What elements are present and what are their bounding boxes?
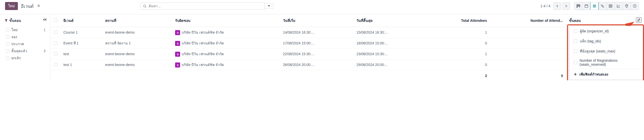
col-total-attendees[interactable]: Total Attendees — [427, 14, 490, 27]
svg-rect-2 — [578, 4, 579, 7]
svg-rect-4 — [585, 5, 588, 8]
cell-event: Course 1 — [60, 27, 102, 38]
cell-num-attend — [490, 27, 566, 38]
row-checkbox[interactable] — [54, 52, 57, 55]
cell-responsible: บบริษัท บีวัน เฟรนด์ชิพ จำกัด — [172, 27, 280, 38]
cell-date-end: 23/08/2024 15:30:... — [353, 49, 427, 59]
view-kanban-button[interactable] — [574, 2, 582, 10]
page-next-button[interactable] — [562, 2, 570, 10]
col-date-start[interactable]: วันที่เริ่ม — [280, 14, 353, 27]
new-button[interactable]: ใหม่ — [5, 2, 18, 10]
filter-checkbox[interactable] — [6, 35, 9, 39]
filter-label: ยกเลิก — [11, 55, 46, 61]
view-calendar-button[interactable] — [582, 2, 590, 10]
filter-count: 1 — [44, 28, 46, 32]
table-row[interactable]: test 1event-beone-demoบบริษัท บีวัน เฟรน… — [50, 59, 644, 70]
gear-icon[interactable] — [37, 4, 40, 8]
kanban-icon — [576, 4, 580, 8]
filter-checkbox[interactable] — [6, 42, 9, 46]
column-option-checkbox[interactable] — [574, 39, 577, 43]
svg-rect-6 — [601, 6, 604, 6]
view-pivot-button[interactable] — [607, 2, 615, 10]
cell-event: test 1 — [60, 59, 102, 70]
column-option[interactable]: ผู้จัด (organizer_id) — [570, 26, 643, 36]
column-option-checkbox[interactable] — [574, 49, 577, 53]
column-option-checkbox[interactable] — [574, 61, 577, 64]
page-title: อีเวนต์ — [21, 3, 34, 10]
filter-label: ใหม่ — [11, 27, 44, 33]
column-option[interactable]: ที่นั่งสูงสุด (seats_max) — [570, 46, 643, 56]
filter-item[interactable]: ใหม่1 — [5, 26, 46, 33]
filter-item[interactable]: สิ้นสุดแล้ว3 — [5, 47, 46, 54]
cell-location: event-beone-demo — [102, 27, 172, 38]
column-option-label: ผู้จัด (organizer_id) — [580, 28, 609, 34]
table-row[interactable]: Course 1event-beone-demoบบริษัท บีวัน เฟ… — [50, 27, 644, 38]
filter-label: ประกาศ — [11, 41, 46, 47]
cell-date-end: 15/08/2024 16:30:... — [353, 27, 427, 38]
col-responsible[interactable]: รับผิดชอบ — [172, 14, 280, 27]
view-graph-button[interactable] — [615, 2, 623, 10]
cell-num-attend — [490, 59, 566, 70]
list-icon — [592, 4, 596, 8]
avatar: บ — [175, 41, 180, 46]
add-custom-field-button[interactable]: เพิ่มฟิลด์กำหนดเอง — [570, 69, 643, 80]
footer-num-attend: 0 — [490, 70, 566, 81]
row-checkbox[interactable] — [54, 63, 57, 66]
svg-rect-8 — [609, 5, 612, 8]
page-prev-button[interactable] — [553, 2, 561, 10]
cell-event: Event ที่ 1 — [60, 38, 102, 49]
clock-icon — [633, 4, 637, 8]
filter-item[interactable]: ยกเลิก — [5, 54, 46, 61]
row-checkbox[interactable] — [54, 41, 57, 45]
column-option[interactable]: Number of Registrations (seats_reserved) — [570, 56, 643, 69]
avatar: บ — [175, 62, 180, 67]
cell-location: event-beone-demo — [102, 59, 172, 70]
row-checkbox[interactable] — [54, 30, 57, 34]
filter-item[interactable]: ประกาศ — [5, 40, 46, 47]
col-num-attend[interactable]: Number of Attend... — [490, 14, 566, 27]
graph-icon — [617, 4, 621, 8]
cell-responsible: บบริษัท บีวัน เฟรนด์ชิพ จำกัด — [172, 49, 280, 59]
avatar: บ — [175, 30, 180, 35]
search-dropdown[interactable] — [265, 3, 273, 9]
svg-rect-7 — [602, 7, 604, 7]
view-list-button[interactable] — [590, 2, 598, 10]
table-row[interactable]: testevent-beone-demoบบริษัท บีวัน เฟรนด์… — [50, 49, 644, 59]
table-row[interactable]: Event ที่ 1สถานที่ จัดงาน 1บบริษัท บีวัน… — [50, 38, 644, 49]
filter-checkbox[interactable] — [6, 28, 9, 32]
sliders-icon — [637, 18, 640, 22]
search-box[interactable] — [140, 3, 265, 10]
svg-rect-5 — [601, 5, 603, 5]
column-control-button[interactable] — [636, 17, 641, 23]
avatar: บ — [175, 52, 180, 57]
select-all-checkbox[interactable] — [54, 19, 57, 22]
view-gantt-button[interactable] — [598, 2, 607, 10]
filter-header-label: ขั้นตอน — [9, 18, 21, 23]
col-event[interactable]: อีเวนต์ — [60, 14, 102, 27]
col-date-end[interactable]: วันที่สิ้นสุด — [353, 14, 427, 27]
filter-checkbox[interactable] — [6, 56, 9, 60]
filter-item[interactable]: จอง — [5, 33, 46, 40]
search-input[interactable] — [149, 4, 262, 8]
collapse-sidebar-button[interactable] — [43, 18, 47, 22]
view-map-button[interactable] — [623, 2, 631, 10]
cell-location: สถานที่ จัดงาน 1 — [102, 38, 172, 49]
filter-count: 3 — [44, 49, 46, 53]
column-option-checkbox[interactable] — [574, 29, 577, 33]
filter-checkbox[interactable] — [6, 49, 9, 53]
column-option[interactable]: แท็ก (tag_ids) — [570, 36, 643, 46]
cell-responsible: บบริษัท บีวัน เฟรนด์ชิพ จำกัด — [172, 38, 280, 49]
filter-label: จอง — [11, 34, 46, 40]
svg-point-11 — [639, 19, 640, 20]
funnel-icon — [5, 19, 8, 22]
svg-point-12 — [638, 21, 639, 22]
col-location[interactable]: สถานที่ — [102, 14, 172, 27]
filter-sidebar: ขั้นตอน ใหม่1จองประกาศสิ้นสุดแล้ว3ยกเลิก — [0, 14, 50, 80]
cell-date-start: 14/08/2024 16:30:... — [280, 27, 353, 38]
view-activity-button[interactable] — [631, 2, 639, 10]
cell-event: test — [60, 49, 102, 59]
map-pin-icon — [625, 4, 628, 8]
calendar-icon — [584, 4, 588, 8]
col-stage[interactable]: ขั้นตอน — [566, 14, 644, 27]
pivot-icon — [609, 4, 613, 8]
